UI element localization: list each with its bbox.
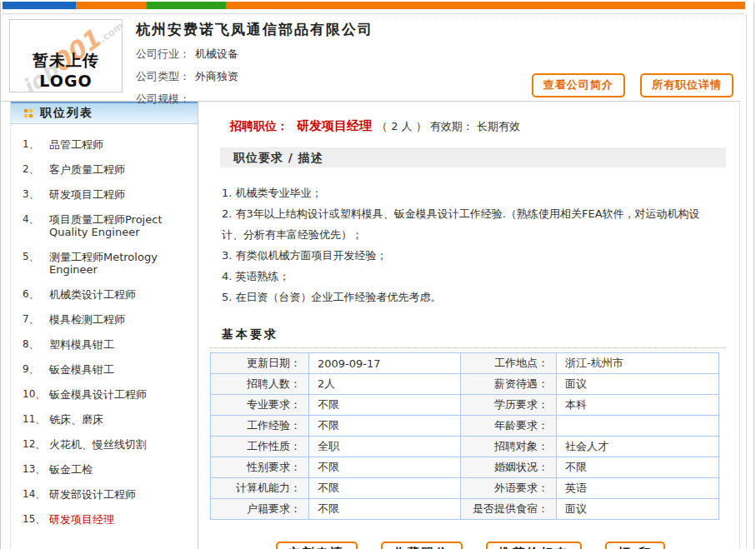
cell-value: 浙江-杭州市 [557, 353, 719, 374]
company-industry-value: 机械设备 [195, 47, 238, 60]
item-number: 5、 [23, 251, 49, 276]
item-number: 4、 [23, 213, 49, 238]
topbar-green-segment [147, 2, 226, 9]
sidebar-item-job-1[interactable]: 1、品管工程师 [23, 132, 194, 157]
watermark-part3: .com [97, 20, 123, 45]
topbar-orange-segment [76, 2, 147, 9]
cell-value: 全职 [309, 437, 461, 457]
cell-label: 性别要求： [211, 457, 309, 478]
table-row: 户籍要求： 不限 是否提供食宿： 面议 [211, 499, 719, 520]
sidebar-item-job-15-active[interactable]: 15、研发项目经理 [23, 507, 194, 532]
cell-label: 计算机能力： [211, 478, 309, 499]
company-type-label: 公司类型： [136, 70, 190, 82]
item-number: 8、 [23, 338, 49, 351]
job-description: 1. 机械类专业毕业； 2. 有3年以上结构设计或塑料模具、钣金模具设计工作经验… [208, 167, 733, 307]
cell-label: 婚姻状况： [461, 457, 557, 478]
all-positions-button[interactable]: 所有职位详情 [640, 73, 733, 97]
item-label: 钣金工检 [49, 463, 93, 476]
apply-now-button[interactable]: 立刻申请 [276, 542, 358, 549]
cell-value: 不限 [309, 478, 461, 499]
item-label: 机械类设计工程师 [49, 288, 136, 301]
sidebar-item-job-12[interactable]: 12、火花机、慢丝线切割 [23, 432, 194, 457]
cell-label: 是否提供食宿： [461, 499, 557, 520]
basic-requirements-table: 更新日期： 2009-09-17 工作地点： 浙江-杭州市 招聘人数： 2人 薪… [210, 352, 719, 520]
item-number: 10、 [23, 388, 49, 401]
table-row: 更新日期： 2009-09-17 工作地点： 浙江-杭州市 [211, 353, 719, 374]
cell-value: 不限 [309, 457, 461, 478]
recruit-position-label: 招聘职位： [230, 119, 288, 132]
cell-label: 户籍要求： [211, 499, 309, 520]
save-job-button[interactable]: 收藏职位 [381, 542, 463, 549]
cell-value: 本科 [557, 395, 719, 416]
item-label: 研发部设计工程师 [49, 488, 136, 501]
cell-label: 专业要求： [211, 395, 309, 416]
sidebar-item-job-6[interactable]: 6、机械类设计工程师 [23, 282, 194, 307]
sidebar-item-job-5[interactable]: 5、测量工程师Metrology Engineer [23, 245, 194, 282]
validity-label: 有效期： [430, 120, 473, 132]
cell-value: 社会人才 [557, 437, 719, 457]
item-number: 7、 [23, 313, 49, 326]
cell-value: 面议 [557, 374, 719, 395]
sidebar-item-job-10[interactable]: 10、钣金模具设计工程师 [23, 382, 194, 407]
grid-icon [24, 109, 33, 117]
view-company-profile-button[interactable]: 查看公司简介 [532, 73, 625, 97]
sidebar-item-job-11[interactable]: 11、铣床、磨床 [23, 407, 194, 432]
item-number: 6、 [23, 288, 49, 301]
item-label: 研发项目工程师 [49, 188, 125, 201]
item-label: 火花机、慢丝线切割 [49, 438, 147, 451]
recommend-to-friend-button[interactable]: 推荐给好友 [486, 542, 582, 549]
section-job-requirements-header: 职位要求 / 描述 [220, 147, 726, 167]
item-label: 模具检测工程师 [49, 313, 125, 326]
cell-value: 面议 [557, 499, 719, 520]
sidebar-item-job-3[interactable]: 3、研发项目工程师 [23, 182, 194, 207]
company-industry-row: 公司行业：机械设备 [136, 47, 732, 62]
item-label: 项目质量工程师Project Quality Engineer [49, 213, 194, 238]
table-row: 工作经验： 不限 年龄要求： [211, 416, 719, 437]
item-label: 钣金模具钳工 [49, 363, 114, 376]
item-label: 铣床、磨床 [49, 413, 103, 426]
sidebar-item-job-14[interactable]: 14、研发部设计工程师 [23, 482, 194, 507]
basic-requirements-dotted-divider [210, 347, 726, 348]
logo-placeholder-text: 暂未上传LOGO [10, 50, 122, 90]
item-label: 品管工程师 [49, 138, 103, 151]
description-line: 2. 有3年以上结构设计或塑料模具、钣金模具设计工作经验.（熟练使用相关FEA软… [222, 203, 721, 245]
top-color-bar [3, 2, 745, 9]
cell-value: 不限 [309, 395, 461, 416]
company-name: 杭州安费诺飞凤通信部品有限公司 [136, 18, 732, 39]
job-headcount: （ 2 人 ） [377, 120, 427, 132]
cell-label: 薪资待遇： [461, 374, 557, 395]
body-layout: 职位列表 1、品管工程师 2、客户质量工程师 3、研发项目工程师 4、项目质量工… [1, 101, 740, 549]
cell-label: 外语要求： [461, 478, 557, 499]
action-buttons: 立刻申请 收藏职位 推荐给好友 打 印 [208, 542, 733, 549]
item-number: 9、 [23, 363, 49, 376]
print-button[interactable]: 打 印 [605, 542, 665, 549]
item-number: 14、 [23, 488, 49, 501]
company-logo-placeholder: job001.com 暂未上传LOGO [9, 19, 123, 92]
item-number: 2、 [23, 163, 49, 176]
validity-value: 长期有效 [477, 120, 520, 132]
sidebar-item-job-13[interactable]: 13、钣金工检 [23, 457, 194, 482]
header-buttons: 查看公司简介 所有职位详情 [520, 73, 733, 97]
table-row: 招聘人数： 2人 薪资待遇： 面议 [211, 374, 719, 395]
item-number: 13、 [23, 463, 49, 476]
sidebar-item-job-4[interactable]: 4、项目质量工程师Project Quality Engineer [23, 207, 194, 245]
item-number: 15、 [23, 513, 49, 526]
sidebar-item-job-8[interactable]: 8、塑料模具钳工 [23, 332, 194, 357]
cell-label: 工作地点： [461, 353, 557, 374]
cell-value: 不限 [309, 416, 461, 437]
topbar-blue-segment [3, 2, 76, 9]
sidebar-title: 职位列表 [40, 106, 93, 121]
sidebar-item-job-2[interactable]: 2、客户质量工程师 [23, 157, 194, 182]
company-industry-label: 公司行业： [136, 47, 190, 60]
item-number: 3、 [23, 188, 49, 201]
item-label: 测量工程师Metrology Engineer [49, 251, 194, 276]
table-row: 计算机能力： 不限 外语要求： 英语 [211, 478, 719, 499]
item-label: 钣金模具设计工程师 [49, 388, 147, 401]
cell-label: 学历要求： [461, 395, 557, 416]
sidebar-item-job-7[interactable]: 7、模具检测工程师 [23, 307, 194, 332]
item-label: 研发项目经理 [49, 513, 114, 526]
cell-label: 更新日期： [211, 353, 309, 374]
cell-value [557, 416, 719, 437]
cell-label: 年龄要求： [461, 416, 557, 437]
sidebar-item-job-9[interactable]: 9、钣金模具钳工 [23, 357, 194, 382]
